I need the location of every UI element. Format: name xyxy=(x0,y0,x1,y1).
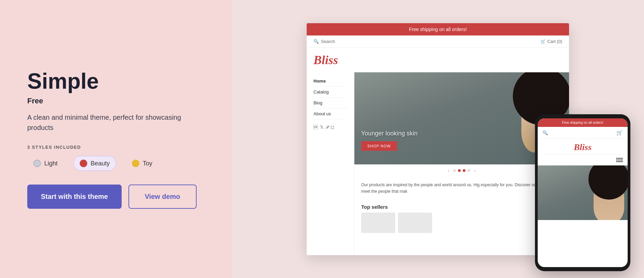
preview-topbar: 🔍 Search 🛒 Cart (0) xyxy=(307,35,569,48)
style-options: Light Beauty Toy xyxy=(27,156,204,171)
preview-about-text: Our products are inspired by the people … xyxy=(361,182,562,195)
preview-body: Home Catalog Blog About us  𝕏 𝒫 ◻ xyxy=(307,72,569,255)
preview-nav: Home Catalog Blog About us  𝕏 𝒫 ◻ xyxy=(307,72,354,255)
search-label: Search xyxy=(321,39,335,44)
style-label-light: Light xyxy=(44,160,58,167)
carousel-dot-1 xyxy=(453,169,456,172)
left-panel: Simple Free A clean and minimal theme, p… xyxy=(0,0,232,278)
right-panel: Free shipping on all orders! 🔍 Search 🛒 … xyxy=(232,0,644,278)
mobile-screen: Free shipping on all orders! 🔍 🛒 Bliss xyxy=(538,118,628,267)
toy-dot xyxy=(132,160,139,167)
style-label-toy: Toy xyxy=(143,160,152,167)
style-option-beauty[interactable]: Beauty xyxy=(73,156,116,171)
view-demo-button[interactable]: View demo xyxy=(128,185,197,209)
start-theme-button[interactable]: Start with this theme xyxy=(27,185,122,209)
pinterest-icon: 𝒫 xyxy=(325,125,328,130)
theme-description: A clean and minimal theme, perfect for s… xyxy=(27,112,204,133)
carousel-dot-3 xyxy=(463,169,465,172)
preview-nav-socials:  𝕏 𝒫 ◻ xyxy=(313,125,347,130)
carousel-prev-icon: ‹ xyxy=(446,168,451,173)
product-card-2 xyxy=(398,213,432,233)
light-dot xyxy=(33,160,41,167)
hamburger-line-2 xyxy=(616,160,623,160)
carousel-next-icon: › xyxy=(472,168,477,173)
buttons-row: Start with this theme View demo xyxy=(27,185,204,209)
mobile-hero xyxy=(538,165,628,220)
preview-top-sellers-title: Top sellers xyxy=(361,204,562,210)
search-icon: 🔍 xyxy=(313,39,319,44)
theme-price: Free xyxy=(27,97,204,105)
styles-label: 3 STYLES INCLUDED xyxy=(27,145,204,150)
nav-item-catalog: Catalog xyxy=(313,87,347,98)
nav-item-blog: Blog xyxy=(313,98,347,108)
preview-search: 🔍 Search xyxy=(313,39,335,44)
mobile-topbar: 🔍 🛒 xyxy=(538,127,628,139)
mobile-banner: Free shipping on all orders! xyxy=(538,118,628,127)
mobile-preview: Free shipping on all orders! 🔍 🛒 Bliss xyxy=(535,114,630,271)
facebook-icon:  xyxy=(313,125,318,130)
preview-logo: Bliss xyxy=(307,48,569,72)
theme-title: Simple xyxy=(27,69,204,93)
mobile-logo: Bliss xyxy=(538,139,628,154)
style-option-light[interactable]: Light xyxy=(27,156,64,171)
style-label-beauty: Beauty xyxy=(91,160,110,167)
mobile-cart-icon: 🛒 xyxy=(616,130,623,136)
beauty-dot xyxy=(80,160,87,167)
preview-cart: 🛒 Cart (0) xyxy=(540,39,562,44)
product-card-1 xyxy=(361,213,395,233)
mobile-search-icon: 🔍 xyxy=(542,130,548,135)
carousel-dot-4 xyxy=(467,169,470,172)
mobile-hamburger xyxy=(538,155,628,165)
nav-item-about: About us xyxy=(313,108,347,119)
instagram-icon: ◻ xyxy=(331,125,334,130)
nav-item-home: Home xyxy=(313,76,347,87)
preview-hero-text: Younger looking skin SHOP NOW xyxy=(361,130,417,151)
carousel-dot-2 xyxy=(458,169,461,172)
style-option-toy[interactable]: Toy xyxy=(126,156,158,171)
twitter-icon: 𝕏 xyxy=(320,125,323,130)
desktop-preview: Free shipping on all orders! 🔍 Search 🛒 … xyxy=(307,23,569,255)
hero-tagline: Younger looking skin xyxy=(361,130,417,137)
hamburger-line-1 xyxy=(616,158,623,159)
preview-banner: Free shipping on all orders! xyxy=(307,23,569,35)
hamburger-line-3 xyxy=(616,161,623,162)
hero-cta-button: SHOP NOW xyxy=(361,141,397,151)
